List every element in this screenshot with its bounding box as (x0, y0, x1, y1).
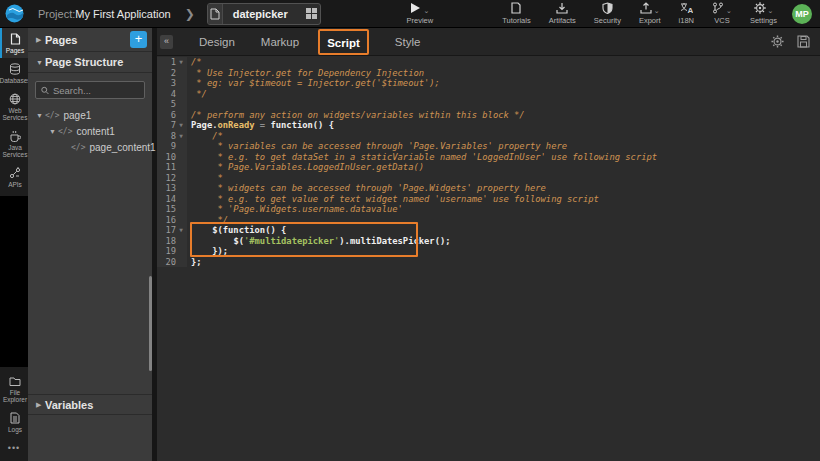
widget-code-icon: </> (71, 143, 85, 152)
vcs-chevron-icon: ⌄ (726, 7, 732, 14)
collapse-panel-button[interactable]: « (160, 35, 173, 49)
save-icon[interactable] (797, 35, 810, 48)
apis-icon (9, 167, 21, 179)
user-avatar[interactable]: MP (792, 4, 812, 24)
code-line-18[interactable]: 18 $('#multidatepicker').multiDatesPicke… (157, 236, 820, 247)
script-settings-gear-icon[interactable] (771, 35, 784, 48)
export-button[interactable]: ⌄ Export (639, 2, 661, 25)
fold-icon[interactable]: ▼ (176, 57, 186, 68)
settings-label: Settings (750, 16, 777, 25)
code-line-3[interactable]: 3 * eg: var $timeout = Injector.get('$ti… (157, 78, 820, 89)
i18n-label: i18N (679, 16, 694, 25)
code-line-6[interactable]: 6/* perform any action on widgets/variab… (157, 110, 820, 121)
security-button[interactable]: Security (594, 2, 621, 25)
code-line-1[interactable]: 1▼/* (157, 57, 820, 68)
top-bar: Project:My First Application ❯ datepicke… (0, 0, 820, 28)
security-shield-icon (602, 2, 613, 14)
variables-header[interactable]: ▶ Variables (28, 394, 152, 415)
code-editor[interactable]: 1▼/*2 * Use Injector.get for Dependency … (157, 56, 820, 461)
page-structure-expand-icon[interactable]: ▼ (36, 59, 45, 66)
fold-icon[interactable]: ▼ (176, 120, 186, 131)
page-file-icon (208, 4, 223, 24)
search-icon (41, 86, 49, 95)
i18n-button[interactable]: A i18N (679, 2, 694, 25)
tree-item-page1[interactable]: ▼ </> page1 (28, 107, 152, 123)
rail-more-button[interactable]: ••• (0, 437, 28, 461)
tab-design[interactable]: Design (199, 36, 235, 48)
rail-label-databases: Databases (0, 77, 31, 84)
page-tab-name: datepicker (223, 8, 304, 20)
rail-item-java-services[interactable]: Java Services (0, 125, 28, 162)
rail-label-pages: Pages (6, 47, 24, 54)
code-line-19[interactable]: 19 }); (157, 246, 820, 257)
tutorials-label: Tutorials (502, 16, 530, 25)
rail-item-pages[interactable]: Pages (0, 28, 28, 58)
tab-script[interactable]: Script (327, 37, 360, 49)
search-input[interactable] (53, 85, 139, 96)
page1-expand-icon[interactable]: ▼ (36, 112, 45, 119)
vcs-button[interactable]: ⌄ VCS (712, 2, 732, 25)
fold-icon[interactable]: ▼ (176, 131, 186, 142)
code-line-13[interactable]: 13 * widgets can be accessed through 'Pa… (157, 183, 820, 194)
panel-empty-space (28, 155, 152, 394)
panel-scrollbar[interactable] (149, 276, 152, 371)
rail-item-web-services[interactable]: Web Services (0, 88, 28, 125)
fold-icon[interactable]: ▼ (176, 225, 186, 236)
code-line-11[interactable]: 11 * Page.Variables.LoggedInUser.getData… (157, 162, 820, 173)
code-line-20[interactable]: 20}; (157, 257, 820, 268)
variables-expand-icon[interactable]: ▶ (36, 401, 45, 409)
rail-item-apis[interactable]: APIs (0, 162, 28, 192)
artifacts-button[interactable]: Artifacts (549, 2, 576, 25)
artifacts-download-icon (556, 2, 568, 14)
code-line-12[interactable]: 12 * (157, 173, 820, 184)
tree-item-content1[interactable]: ▼ </> content1 (28, 123, 152, 139)
code-line-16[interactable]: 16 */ (157, 215, 820, 226)
code-line-5[interactable]: 5 (157, 99, 820, 110)
code-line-10[interactable]: 10 * e.g. to get dataSet in a staticVari… (157, 152, 820, 163)
tab-style[interactable]: Style (395, 36, 421, 48)
variables-title: Variables (45, 399, 93, 411)
preview-button[interactable]: ⌄ Preview (407, 2, 434, 25)
tree-item-label: page_content1 (89, 142, 155, 153)
web-services-globe-icon (9, 93, 21, 105)
page-grid-icon[interactable] (304, 4, 320, 24)
page-structure-tree: ▼ </> page1 ▼ </> content1 </> page_cont… (28, 105, 152, 155)
code-line-15[interactable]: 15 * 'Page.Widgets.username.datavalue' (157, 204, 820, 215)
rail-label-file-explorer: File Explorer (2, 389, 28, 403)
breadcrumb-chevron-icon: ❯ (185, 7, 195, 21)
export-upload-icon (640, 2, 652, 14)
rail-item-databases[interactable]: Databases (0, 58, 28, 88)
tree-item-label: content1 (76, 126, 114, 137)
app-window: Project:My First Application ❯ datepicke… (0, 0, 820, 461)
wavemaker-logo-icon[interactable] (0, 0, 28, 28)
rail-item-file-explorer[interactable]: File Explorer (0, 371, 28, 407)
structure-search (35, 81, 145, 99)
code-line-9[interactable]: 9 * variables can be accessed through 'P… (157, 141, 820, 152)
content1-expand-icon[interactable]: ▼ (49, 128, 58, 135)
export-label: Export (639, 16, 661, 25)
tutorials-button[interactable]: Tutorials (502, 2, 530, 25)
code-line-7[interactable]: 7▼Page.onReady = function() { (157, 120, 820, 131)
rail-item-logs[interactable]: Logs (0, 407, 28, 437)
tree-item-page-content1[interactable]: </> page_content1 (28, 139, 152, 155)
page-tab-datepicker[interactable]: datepicker (207, 3, 321, 25)
page-structure-header[interactable]: ▼ Page Structure (28, 52, 152, 73)
pages-panel-header[interactable]: ▶ Pages + (28, 28, 152, 52)
panel-bottom-space (28, 415, 152, 461)
code-line-4[interactable]: 4 */ (157, 89, 820, 100)
pages-collapse-icon[interactable]: ▶ (36, 36, 45, 44)
project-name: My First Application (75, 8, 170, 20)
code-line-8[interactable]: 8▼ /* (157, 131, 820, 142)
code-line-14[interactable]: 14 * e.g. to get value of text widget na… (157, 194, 820, 205)
project-breadcrumb: Project:My First Application (38, 8, 171, 20)
tab-markup[interactable]: Markup (261, 36, 299, 48)
pages-icon (10, 33, 21, 45)
preview-label: Preview (407, 16, 434, 25)
settings-button[interactable]: ⌄ Settings (750, 2, 777, 25)
rail-label-java-services: Java Services (2, 144, 28, 158)
widget-code-icon: </> (45, 111, 59, 120)
code-line-17[interactable]: 17▼ $(function() { (157, 225, 820, 236)
rail-label-apis: APIs (8, 181, 22, 188)
add-page-button[interactable]: + (130, 31, 147, 48)
code-line-2[interactable]: 2 * Use Injector.get for Dependency Inje… (157, 68, 820, 79)
